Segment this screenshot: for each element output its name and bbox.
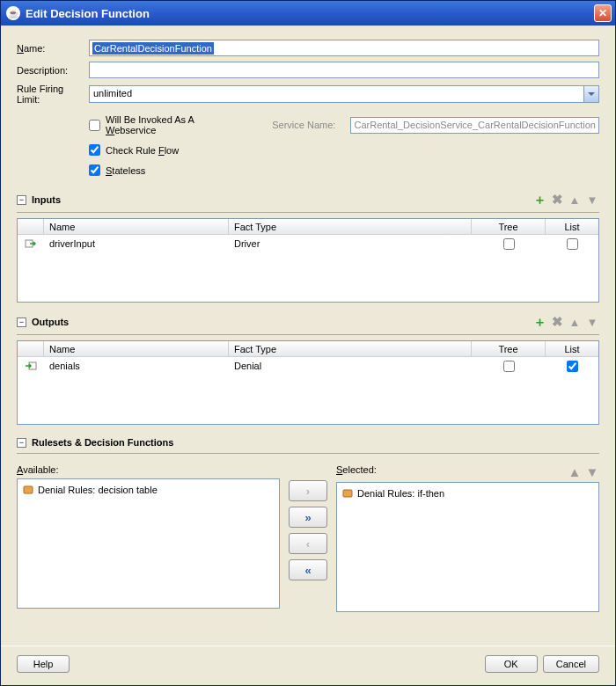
down-icon: ▼ bbox=[587, 193, 598, 207]
cell-list-checkbox[interactable] bbox=[567, 238, 578, 250]
inputs-title: Inputs bbox=[32, 194, 532, 205]
table-row[interactable]: driverInput Driver bbox=[18, 235, 598, 252]
inputs-table-head: Name Fact Type Tree List bbox=[18, 219, 598, 235]
name-field[interactable]: CarRentalDecisionFunction bbox=[89, 40, 599, 56]
move-right-button[interactable]: › bbox=[289, 480, 327, 501]
list-item-label: Denial Rules: decision table bbox=[38, 485, 158, 495]
available-column: Available: Denial Rules: decision table bbox=[17, 464, 280, 609]
cell-fact[interactable]: Driver bbox=[229, 237, 472, 251]
selected-updown: ▲ ▼ bbox=[568, 464, 599, 478]
remove-input-button[interactable]: ✖ bbox=[550, 193, 564, 207]
check-rule-flow-label: Check Rule Flow bbox=[106, 145, 179, 156]
close-icon: ✕ bbox=[598, 7, 607, 19]
plus-icon: ＋ bbox=[533, 192, 546, 208]
titlebar: ☕ Edit Decision Function ✕ bbox=[1, 1, 615, 26]
double-chevron-right-icon: » bbox=[304, 511, 311, 524]
svg-rect-3 bbox=[343, 490, 352, 497]
move-left-button[interactable]: ‹ bbox=[289, 533, 327, 554]
rulesets-header: − Rulesets & Decision Functions bbox=[17, 437, 599, 448]
chevron-down-icon[interactable] bbox=[583, 86, 598, 102]
dialog-content: Name: CarRentalDecisionFunction Descript… bbox=[1, 26, 615, 646]
ruleset-icon bbox=[341, 487, 354, 500]
row-stateless: Stateless bbox=[89, 164, 599, 176]
inputs-tools: ＋ ✖ ▲ ▼ bbox=[532, 193, 599, 207]
selected-listbox[interactable]: Denial Rules: if-then bbox=[336, 482, 599, 612]
col-fact[interactable]: Fact Type bbox=[229, 341, 472, 356]
move-all-right-button[interactable]: » bbox=[289, 507, 327, 528]
add-output-button[interactable]: ＋ bbox=[532, 315, 546, 329]
move-all-left-button[interactable]: « bbox=[289, 559, 327, 580]
webservice-checkbox[interactable] bbox=[89, 120, 100, 131]
double-chevron-left-icon: « bbox=[304, 564, 311, 577]
list-item[interactable]: Denial Rules: decision table bbox=[20, 482, 276, 498]
window-title: Edit Decision Function bbox=[26, 7, 150, 20]
table-row[interactable]: denials Denial bbox=[18, 357, 598, 375]
svg-rect-2 bbox=[24, 486, 33, 493]
col-list[interactable]: List bbox=[546, 341, 598, 356]
rule-firing-limit-combo[interactable]: unlimited bbox=[89, 85, 599, 103]
move-selected-up-button[interactable]: ▲ bbox=[568, 464, 582, 478]
move-output-up-button[interactable]: ▲ bbox=[568, 315, 582, 329]
col-tree[interactable]: Tree bbox=[472, 341, 546, 356]
outputs-table: Name Fact Type Tree List denials Denial bbox=[17, 340, 599, 425]
cross-icon: ✖ bbox=[552, 192, 563, 208]
cell-fact[interactable]: Denial bbox=[229, 359, 472, 373]
rfl-label: Rule Firing Limit: bbox=[17, 84, 89, 105]
inputs-table: Name Fact Type Tree List driverInput Dri… bbox=[17, 218, 599, 303]
webservice-label: Will Be Invoked As A Webservice bbox=[106, 114, 246, 135]
col-list[interactable]: List bbox=[546, 219, 598, 234]
description-label: Description: bbox=[17, 65, 89, 76]
cancel-button[interactable]: Cancel bbox=[543, 655, 599, 673]
chevron-right-icon: › bbox=[306, 485, 310, 498]
cell-list-checkbox[interactable] bbox=[567, 361, 578, 372]
dialog-footer: Help OK Cancel bbox=[1, 646, 615, 685]
list-item[interactable]: Denial Rules: if-then bbox=[340, 485, 596, 501]
cell-name[interactable]: driverInput bbox=[44, 237, 229, 251]
stateless-checkbox[interactable] bbox=[89, 164, 100, 176]
move-input-down-button[interactable]: ▼ bbox=[585, 193, 599, 207]
close-button[interactable]: ✕ bbox=[594, 4, 612, 22]
col-tree[interactable]: Tree bbox=[472, 219, 546, 234]
check-rule-flow-checkbox[interactable] bbox=[89, 144, 100, 156]
service-name-value: CarRental_DecisionService_CarRentalDecis… bbox=[354, 120, 596, 130]
row-icon bbox=[18, 358, 44, 374]
available-label: Available: bbox=[17, 464, 280, 475]
list-item-label: Denial Rules: if-then bbox=[357, 488, 444, 499]
rfl-value: unlimited bbox=[90, 86, 583, 102]
outputs-table-head: Name Fact Type Tree List bbox=[18, 341, 598, 357]
move-selected-down-button[interactable]: ▼ bbox=[585, 464, 599, 478]
outputs-collapse-button[interactable]: − bbox=[17, 317, 26, 327]
name-value-text: CarRentalDecisionFunction bbox=[92, 42, 214, 55]
move-output-down-button[interactable]: ▼ bbox=[585, 315, 599, 329]
cell-tree-checkbox[interactable] bbox=[503, 361, 515, 372]
chevron-left-icon: ‹ bbox=[306, 537, 310, 551]
down-icon: ▼ bbox=[586, 464, 599, 479]
available-listbox[interactable]: Denial Rules: decision table bbox=[17, 478, 280, 609]
selected-column: Selected: ▲ ▼ Denial Rules: if-then bbox=[336, 464, 599, 612]
up-icon: ▲ bbox=[569, 193, 581, 207]
move-input-up-button[interactable]: ▲ bbox=[568, 193, 582, 207]
description-field[interactable] bbox=[89, 62, 599, 78]
add-input-button[interactable]: ＋ bbox=[532, 193, 546, 207]
move-buttons: › » ‹ « bbox=[289, 464, 327, 580]
inputs-collapse-button[interactable]: − bbox=[17, 195, 26, 205]
col-name[interactable]: Name bbox=[44, 219, 229, 234]
row-rule-firing-limit: Rule Firing Limit: unlimited bbox=[17, 84, 599, 105]
cell-tree-checkbox[interactable] bbox=[503, 238, 515, 250]
rulesets-collapse-button[interactable]: − bbox=[17, 438, 26, 448]
help-button[interactable]: Help bbox=[17, 655, 70, 673]
rulesets-title: Rulesets & Decision Functions bbox=[32, 437, 599, 448]
row-description: Description: bbox=[17, 62, 599, 78]
inputs-header: − Inputs ＋ ✖ ▲ ▼ bbox=[17, 193, 599, 207]
cell-name[interactable]: denials bbox=[44, 359, 229, 373]
outputs-tools: ＋ ✖ ▲ ▼ bbox=[532, 315, 599, 329]
name-label: Name: bbox=[17, 43, 89, 54]
col-fact[interactable]: Fact Type bbox=[229, 219, 472, 234]
col-name[interactable]: Name bbox=[44, 341, 229, 356]
up-icon: ▲ bbox=[568, 464, 582, 479]
row-icon bbox=[18, 236, 44, 252]
col-icon bbox=[18, 341, 44, 356]
remove-output-button[interactable]: ✖ bbox=[550, 315, 564, 329]
row-name: Name: CarRentalDecisionFunction bbox=[17, 40, 599, 56]
ok-button[interactable]: OK bbox=[485, 655, 538, 673]
